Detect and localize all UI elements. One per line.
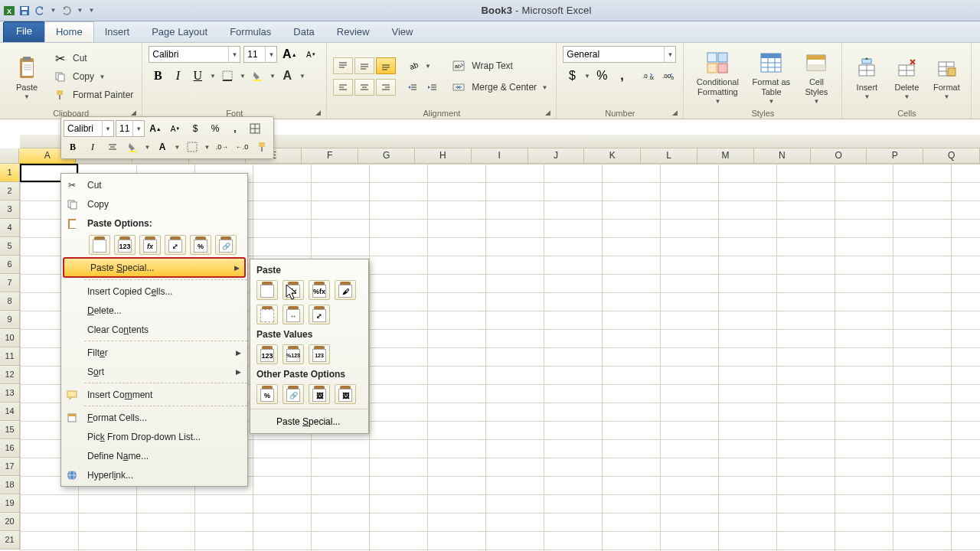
- orientation-dropdown[interactable]: ▼: [423, 63, 432, 70]
- col-Q[interactable]: Q: [923, 148, 980, 164]
- copy-dropdown[interactable]: ▼: [98, 73, 106, 80]
- select-all-corner[interactable]: [0, 148, 19, 164]
- font-name-combo[interactable]: Calibri▼: [149, 46, 240, 63]
- ctx-cut[interactable]: ✂Cut: [61, 175, 247, 194]
- paste-transpose-icon[interactable]: ⤢: [165, 235, 186, 255]
- row-21[interactable]: 21: [0, 531, 20, 549]
- paste-values-icon[interactable]: 123: [114, 235, 136, 255]
- grow-font-button[interactable]: A▲: [280, 46, 299, 63]
- alignment-launcher[interactable]: ◢: [543, 109, 552, 118]
- decrease-decimal-button[interactable]: .00.0: [658, 67, 677, 84]
- number-format-combo[interactable]: General▼: [563, 46, 676, 63]
- sub-paste-colwidth[interactable]: ↔: [283, 305, 304, 324]
- ctx-clear-contents[interactable]: Clear Contents: [61, 320, 247, 339]
- col-N[interactable]: N: [754, 148, 811, 164]
- row-12[interactable]: 12: [0, 366, 20, 384]
- percent-format-button[interactable]: %: [593, 67, 611, 84]
- tab-review[interactable]: Review: [325, 21, 381, 42]
- ctx-delete[interactable]: Delete...: [61, 301, 247, 320]
- font-color-dropdown[interactable]: ▼: [298, 73, 306, 80]
- sub-paste-formulas[interactable]: fx: [283, 280, 304, 300]
- sub-paste-transpose[interactable]: ⤢: [309, 305, 330, 324]
- ctx-define-name[interactable]: Define Name...: [61, 446, 247, 465]
- mini-percent[interactable]: %: [206, 120, 224, 137]
- row-16[interactable]: 16: [0, 439, 20, 458]
- mini-fill[interactable]: [123, 139, 142, 155]
- fill-dropdown[interactable]: ▼: [268, 73, 276, 80]
- underline-dropdown[interactable]: ▼: [208, 73, 217, 80]
- sub-paste-all[interactable]: [256, 280, 278, 300]
- col-L[interactable]: L: [641, 148, 697, 164]
- row-7[interactable]: 7: [0, 274, 20, 292]
- align-right-button[interactable]: [376, 79, 396, 96]
- mini-dec-dec[interactable]: ←.0: [233, 139, 251, 155]
- row-15[interactable]: 15: [0, 421, 20, 439]
- border-button[interactable]: [218, 67, 237, 84]
- tab-view[interactable]: View: [380, 21, 424, 42]
- underline-button[interactable]: U: [188, 67, 207, 84]
- fill-color-button[interactable]: [248, 67, 266, 84]
- sub-linked-picture[interactable]: 🖼: [335, 384, 356, 404]
- row-14[interactable]: 14: [0, 403, 20, 421]
- paste-formulas-icon[interactable]: fx: [139, 235, 161, 255]
- format-as-table-button[interactable]: Format as Table▼: [748, 48, 794, 104]
- tab-home[interactable]: Home: [44, 21, 94, 42]
- ctx-insert-copied[interactable]: Insert Copied Cells...: [61, 282, 247, 301]
- tab-page-layout[interactable]: Page Layout: [140, 21, 219, 42]
- mini-accounting[interactable]: $: [186, 120, 204, 137]
- paste-all-icon[interactable]: [89, 235, 110, 255]
- ctx-paste-special[interactable]: Paste Special...▶: [63, 257, 246, 278]
- undo-dropdown[interactable]: ▼: [49, 7, 57, 14]
- sub-paste-source-fmt[interactable]: 🖌: [335, 280, 356, 300]
- ctx-hyperlink[interactable]: Hyperlink...: [61, 465, 247, 484]
- mini-format-painter[interactable]: [253, 139, 271, 155]
- mini-comma[interactable]: ,: [226, 120, 244, 137]
- row-10[interactable]: 10: [0, 329, 20, 347]
- tab-data[interactable]: Data: [282, 21, 325, 42]
- col-I[interactable]: I: [472, 148, 528, 164]
- align-top-button[interactable]: [333, 57, 353, 74]
- redo-icon[interactable]: [60, 5, 73, 17]
- sub-link[interactable]: 🔗: [283, 384, 304, 404]
- format-painter-button[interactable]: Format Painter: [51, 86, 136, 103]
- col-F[interactable]: F: [302, 148, 358, 164]
- ctx-copy[interactable]: Copy: [61, 194, 247, 214]
- col-M[interactable]: M: [697, 148, 754, 164]
- ctx-filter[interactable]: Filter▶: [61, 343, 247, 362]
- delete-cells-button[interactable]: Delete▼: [888, 54, 925, 100]
- redo-dropdown[interactable]: ▼: [76, 7, 84, 14]
- tab-formulas[interactable]: Formulas: [218, 21, 283, 42]
- col-O[interactable]: O: [811, 148, 867, 164]
- align-left-button[interactable]: [333, 79, 353, 96]
- sub-values-srcfmt[interactable]: 123: [309, 344, 330, 364]
- insert-cells-button[interactable]: Insert▼: [848, 54, 885, 100]
- wrap-text-button[interactable]: abWrap Text: [449, 57, 549, 74]
- mini-inc-dec[interactable]: .0→: [213, 139, 231, 155]
- col-P[interactable]: P: [867, 148, 923, 164]
- row-6[interactable]: 6: [0, 256, 20, 274]
- row-13[interactable]: 13: [0, 384, 20, 403]
- row-9[interactable]: 9: [0, 311, 20, 329]
- sub-picture[interactable]: 🖼: [309, 384, 330, 404]
- merge-dropdown[interactable]: ▼: [541, 84, 549, 91]
- accounting-dropdown[interactable]: ▼: [583, 73, 591, 80]
- row-3[interactable]: 3: [0, 201, 20, 219]
- row-8[interactable]: 8: [0, 292, 20, 311]
- ctx-insert-comment[interactable]: Insert Comment: [61, 385, 247, 404]
- row-20[interactable]: 20: [0, 513, 20, 531]
- tab-file[interactable]: File: [3, 21, 45, 42]
- font-color-button[interactable]: A: [278, 67, 296, 84]
- increase-decimal-button[interactable]: .0.00: [639, 67, 657, 84]
- row-19[interactable]: 19: [0, 494, 20, 513]
- cut-button[interactable]: ✂Cut: [51, 50, 136, 67]
- row-17[interactable]: 17: [0, 458, 20, 476]
- row-18[interactable]: 18: [0, 476, 20, 494]
- mini-borders[interactable]: [246, 120, 264, 137]
- submenu-paste-special-item[interactable]: Paste Special...: [255, 412, 364, 430]
- mini-align[interactable]: [103, 139, 122, 155]
- shrink-font-button[interactable]: A▼: [302, 46, 320, 63]
- paste-button[interactable]: Paste ▼: [6, 54, 47, 100]
- paste-link-icon[interactable]: 🔗: [215, 235, 237, 255]
- mini-italic[interactable]: I: [83, 139, 102, 155]
- row-4[interactable]: 4: [0, 219, 20, 237]
